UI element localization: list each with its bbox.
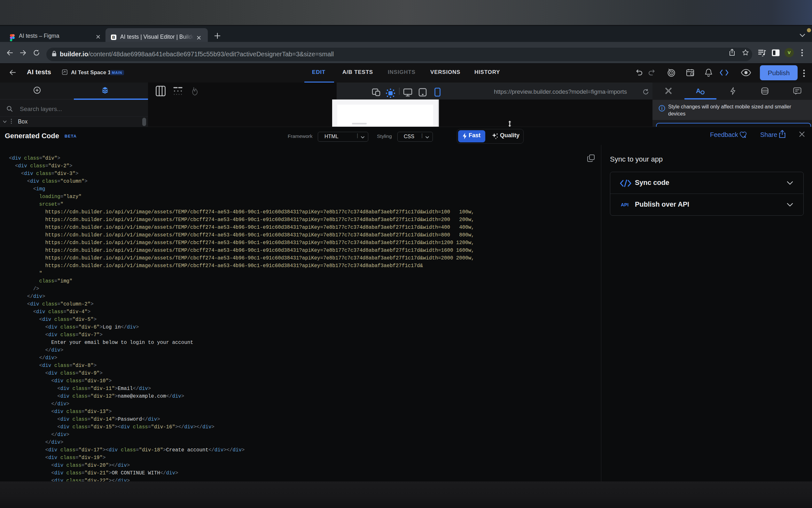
svg-text:A: A (696, 87, 701, 94)
